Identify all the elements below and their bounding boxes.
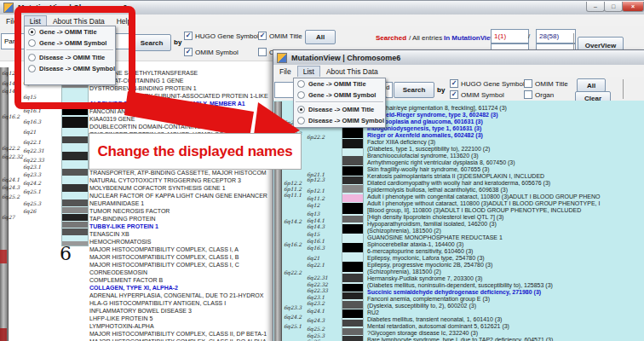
list-item[interactable]: KIAA0319 GENE xyxy=(89,116,135,123)
list-item[interactable]: HLA-G HISTOCOMPATIBILITY ANTIGEN, CLASS … xyxy=(89,300,226,307)
checkbox-hugo-gene-symbol[interactable]: ✓HUGO Gene Symbol xyxy=(450,79,525,88)
list-item[interactable]: Arrhythmogenic right ventricular dysplas… xyxy=(367,159,515,166)
list-item[interactable]: (Schizophrenia), 181500 (2) xyxy=(367,269,441,275)
maximize-button[interactable]: □ xyxy=(604,2,623,12)
list-item[interactable]: Fanconi anemia, complementation group E … xyxy=(367,296,490,303)
list-item[interactable]: NATURAL CYTOTOXICITY TRIGGERING RECEPTOR… xyxy=(89,177,241,184)
list-item[interactable]: Adult i phenotype with congenital catara… xyxy=(367,194,600,200)
list-item[interactable]: TORY SUBUNIT-ASSOCIATED PROTEIN 1-LIKE xyxy=(136,93,268,100)
list-item[interactable]: CORNEODESMOSIN xyxy=(89,269,147,276)
menu-file[interactable]: File xyxy=(273,66,297,78)
list-item[interactable]: COLLAGEN, TYPE XI, ALPHA-2 xyxy=(89,285,178,292)
list-item[interactable]: MAJOR HISTOCOMPATIBILITY COMPLEX, CLASS … xyxy=(89,262,239,269)
menu-option-disease-omim-symbol[interactable]: Disease -> OMIM Symbol xyxy=(25,63,115,74)
list-item[interactable]: Spinocerebellar ataxia-1, 164400 (3) xyxy=(367,241,463,248)
list-item[interactable]: COMPLEMENT FACTOR B xyxy=(89,277,163,284)
list-item[interactable]: MAJOR HISTOCOMPATIBILITY COMPLEX, CLASS … xyxy=(89,331,267,338)
menu-option-disease-omim-symbol[interactable]: Disease -> OMIM Symbol xyxy=(294,115,385,126)
list-item[interactable]: Adult i phenotype without cataract, 1108… xyxy=(367,200,600,207)
close-button[interactable]: × xyxy=(622,2,644,12)
fg-by-label: by xyxy=(437,86,445,94)
list-item[interactable]: HEMOCHROMATOSIS xyxy=(89,239,151,246)
list-item[interactable]: Factor XIIIA deficiency (3) xyxy=(367,139,435,146)
list-item[interactable]: RINE S-METHYLTRANSFERASE xyxy=(108,70,198,77)
list-item[interactable]: (Schizophrenia), 181500 (2) xyxy=(367,228,441,234)
menu-option-label: Disease -> OMIM Symbol xyxy=(39,65,115,72)
list-item[interactable]: ?Glycogen storage disease Ic, 232240 (3) xyxy=(367,330,478,337)
menu-option-gene-omim-title[interactable]: Gene -> OMIM Title xyxy=(294,78,385,90)
list-item[interactable]: (Dyslexia, susceptibility to, 2), 600202… xyxy=(367,303,476,309)
foreground-window: MutationView | Chromosome6 FileListAbout… xyxy=(273,49,644,341)
list-item[interactable]: RU2 xyxy=(367,309,379,316)
list-item[interactable]: Diabetes mellitus, transient neonatal, 1… xyxy=(367,316,502,323)
list-item[interactable]: TENASCIN XB xyxy=(89,231,129,238)
menu-option-gene-omim-symbol[interactable]: Gene -> OMIM Symbol xyxy=(25,38,115,49)
bg-titlebar[interactable]: MutationView | Chromosome6 xyxy=(0,1,644,15)
fg-all-button[interactable]: All xyxy=(577,78,606,92)
minimize-button[interactable]: – xyxy=(586,2,605,12)
list-item[interactable]: [Blood group, Ii], 110800 (3)ADULT I BLO… xyxy=(367,207,581,214)
menu-separator xyxy=(296,101,383,103)
bg-searched-count-field[interactable]: 1(1) xyxy=(491,29,529,43)
list-item[interactable]: TRANSPORTER, ATP-BINDING CASSETTE, MAJOR… xyxy=(89,170,267,176)
bg-all-button[interactable]: All xyxy=(305,30,336,44)
menu-option-gene-omim-title[interactable]: Gene -> OMIM Title xyxy=(25,26,115,38)
list-item[interactable]: DOUBLECORTIN DOMAIN-CONTAINING PROTEIN 2 xyxy=(89,124,234,130)
list-item[interactable]: ADRENAL HYPERPLASIA, CONGENITAL, DUE TO … xyxy=(89,292,263,299)
bg-total-count-field[interactable]: 28(58) xyxy=(536,29,576,43)
list-item[interactable]: FANCONI ANEMIA, COMPLEMENTATION GROUP E xyxy=(89,108,232,115)
checkbox-organ[interactable]: Organ xyxy=(524,90,554,99)
bg-window-title: MutationView | Chromosome6 xyxy=(18,3,127,12)
list-item[interactable]: Dilated cardiomyopathy with woolly hair … xyxy=(367,180,550,187)
list-item[interactable]: [High density lipoprotein cholesterol le… xyxy=(367,214,503,221)
list-item[interactable]: Bare lymphocyte syndrome, type I, due to… xyxy=(367,337,553,341)
list-item[interactable]: TAP-BINDING PROTEIN xyxy=(89,216,156,223)
checkbox-omim-symbol[interactable]: ✓OMIM Symbol xyxy=(184,48,239,56)
list-item[interactable]: Mental retardation, autosomal dominant 5… xyxy=(367,323,509,330)
list-item[interactable]: Epilepsy, progressive myoclonic 2B, 2547… xyxy=(367,262,492,269)
menu-option-disease-omim-title[interactable]: Disease -> OMIM Title xyxy=(25,52,115,63)
list-item[interactable]: Hypoparathyroidism, familial isolated, 1… xyxy=(367,221,497,228)
list-item[interactable]: LHFP-LIKE PROTEIN 5 xyxy=(89,315,152,322)
checkbox-omim-title[interactable]: ✓OMIM Title xyxy=(258,32,302,40)
checkbox-omim-title[interactable]: OMIM Title xyxy=(524,79,568,88)
list-item[interactable]: Keratosis palmoplantaris striata II (3)D… xyxy=(367,173,544,180)
menu-list[interactable]: List xyxy=(297,66,320,78)
list-item[interactable]: Branchiooculofacial syndrome, 113620 (3) xyxy=(367,153,479,159)
list-item[interactable]: 6-mercaptopurine sensitivity, 610460 (3) xyxy=(367,248,473,255)
bg-search-button[interactable]: Search xyxy=(132,34,171,51)
list-item[interactable]: ALDEHYDE DEHYDROGENASE 5 FAMILY, MEMBER … xyxy=(89,101,245,107)
list-item[interactable]: TUMOR NECROSIS FACTOR xyxy=(89,208,170,215)
list-item[interactable]: MAJOR HISTOCOMPATIBILITY COMPLEX, CLASS … xyxy=(89,246,239,253)
list-item[interactable]: NEURAMINIDASE 1 xyxy=(89,200,144,207)
checkbox-hugo-gene-symbol[interactable]: ✓HUGO Gene Symbol xyxy=(184,32,259,40)
list-item[interactable]: INFLAMMATORY BOWEL DISEASE 3 xyxy=(89,308,192,315)
list-item[interactable]: DYSTROBREVIN-BINDING PROTEIN 1 xyxy=(89,85,197,92)
list-item[interactable]: Skin fragility-woolly hair syndrome, 607… xyxy=(367,166,490,173)
list-item[interactable]: NUCLEAR FACTOR OF KAPPA LIGHT CHAIN GENE… xyxy=(89,193,267,199)
fg-titlebar[interactable]: MutationView | Chromosome6 xyxy=(273,50,644,66)
list-item[interactable]: (Diabetes mellitus, noninsulin-dependent… xyxy=(367,282,553,289)
list-item[interactable]: Rieger or Axenfeld anomalies, 602482 (3) xyxy=(367,132,483,139)
list-item[interactable]: Epidermolysis bullosa, lethal acantholyt… xyxy=(367,187,508,194)
list-item[interactable]: (Diabetes, type 1, susceptibility to), 2… xyxy=(367,146,490,153)
menu-about-this-data[interactable]: About This Data xyxy=(320,66,384,78)
list-item[interactable]: Hermansky-Pudlak syndrome 7, 203300 (3) xyxy=(367,275,482,282)
list-item[interactable]: Succinic semialdehyde dehydrogenase defi… xyxy=(367,289,541,296)
list-item[interactable]: hair/eye pigmentation 8, freckling], 611… xyxy=(386,105,507,112)
list-item[interactable]: MOLYBDENUM COFACTOR SYNTHESIS GENE 1 xyxy=(89,185,226,192)
list-item[interactable]: eld-Rieger syndrome, type 3, 602482 (3) xyxy=(386,112,498,118)
checkbox-omim-symbol[interactable]: ✓OMIM Symbol xyxy=(450,90,504,99)
fg-search-button[interactable]: Search xyxy=(394,82,434,98)
radio-icon xyxy=(297,117,305,124)
bg-overview-strip[interactable] xyxy=(0,67,9,341)
list-item[interactable]: MAJOR HISTOCOMPATIBILITY COMPLEX, CLASS … xyxy=(89,254,239,261)
list-item[interactable]: LYMPHOTOXIN-ALPHA xyxy=(89,323,154,330)
menu-option-gene-omim-symbol[interactable]: Gene -> OMIM Symbol xyxy=(294,90,385,101)
menu-option-disease-omim-title[interactable]: Disease -> OMIM Title xyxy=(294,104,385,115)
list-item[interactable]: TUBBY-LIKE PROTEIN 1 xyxy=(89,223,158,230)
list-item[interactable]: Epilepsy, myoclonic, Lafora type, 254780… xyxy=(367,255,485,262)
band-label-6q27: 6q27 xyxy=(2,215,14,220)
list-item[interactable]: GUANOSINE MONOPHOSPHATE REDUCTASE 1 xyxy=(367,234,503,241)
menu-file[interactable]: File xyxy=(0,15,24,27)
